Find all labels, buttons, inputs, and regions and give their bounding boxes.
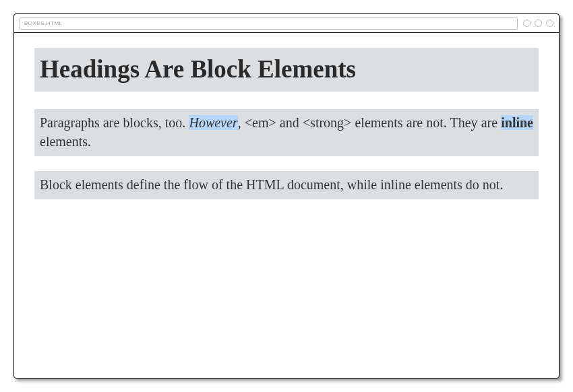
window-controls xyxy=(523,20,553,27)
inline-em: However xyxy=(189,115,237,130)
viewport: Headings Are Block Elements Paragraphs a… xyxy=(14,33,559,378)
paragraph-2: Block elements define the flow of the HT… xyxy=(34,171,539,199)
window-control-max-icon[interactable] xyxy=(535,20,542,27)
p1-text-3: elements. xyxy=(40,134,91,149)
page-heading: Headings Are Block Elements xyxy=(34,48,539,92)
paragraph-1: Paragraphs are blocks, too. However, <em… xyxy=(34,109,539,156)
window-control-close-icon[interactable] xyxy=(546,20,553,27)
browser-window: BOXES.HTML Headings Are Block Elements P… xyxy=(13,13,560,379)
p1-text-2: , <em> and <strong> elements are not. Th… xyxy=(238,115,502,130)
inline-strong: inline xyxy=(501,115,533,130)
p1-text-1: Paragraphs are blocks, too. xyxy=(40,115,189,130)
url-text: BOXES.HTML xyxy=(24,20,63,26)
titlebar: BOXES.HTML xyxy=(14,14,559,33)
window-control-min-icon[interactable] xyxy=(523,20,531,27)
url-bar[interactable]: BOXES.HTML xyxy=(20,18,518,30)
